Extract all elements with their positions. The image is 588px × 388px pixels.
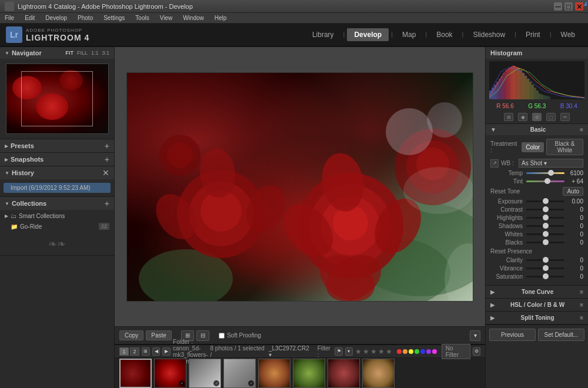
navigator-header[interactable]: ▼ Navigator FIT FILL 1:1 3:1 xyxy=(0,47,114,59)
color-dot-magenta[interactable] xyxy=(432,349,437,354)
wb-eyedropper[interactable]: ↗ xyxy=(490,159,499,168)
star-5[interactable]: ★ xyxy=(386,347,392,356)
thumb-1[interactable] xyxy=(119,359,152,388)
history-item-1[interactable]: Import (6/19/2012 9:52:23 AM) xyxy=(4,183,111,193)
collection-goride[interactable]: ▶ 📁 Go-Ride 22 xyxy=(0,221,114,232)
split-toning-header[interactable]: ▶ Split Toning ≡ xyxy=(486,312,588,324)
set-default-button[interactable]: Set Default... xyxy=(538,329,584,341)
basic-menu[interactable]: ≡ xyxy=(580,126,583,133)
thumb-2[interactable]: ✓ xyxy=(154,359,186,388)
split-toning-menu[interactable]: ≡ xyxy=(580,315,583,321)
tab-slideshow[interactable]: Slideshow xyxy=(466,28,512,41)
blacks-thumb[interactable] xyxy=(543,239,549,245)
previous-button[interactable]: Previous xyxy=(489,329,536,341)
hist-tool-4[interactable]: ⬚ xyxy=(546,113,556,121)
prev-arrow-icon[interactable]: ◀ xyxy=(152,347,161,356)
tone-curve-header[interactable]: ▶ Tone Curve ≡ xyxy=(486,286,588,298)
menu-settings[interactable]: Settings xyxy=(101,15,127,21)
tab-web[interactable]: Web xyxy=(554,28,582,41)
menu-develop[interactable]: Develop xyxy=(43,15,69,21)
whites-track[interactable] xyxy=(526,233,564,235)
snapshots-header[interactable]: ▶ Snapshots + xyxy=(0,153,114,166)
hsl-menu[interactable]: ≡ xyxy=(580,302,583,308)
color-dot-yellow[interactable] xyxy=(409,349,413,354)
thumb-6[interactable] xyxy=(293,359,325,388)
contrast-thumb[interactable] xyxy=(543,206,549,212)
menu-tools[interactable]: Tools xyxy=(133,15,151,21)
menu-view[interactable]: View xyxy=(158,15,175,21)
nav-fit[interactable]: FIT xyxy=(65,50,74,56)
snapshots-add-button[interactable]: + xyxy=(105,155,109,163)
presets-add-button[interactable]: + xyxy=(105,142,109,150)
temp-track[interactable] xyxy=(526,172,564,174)
basic-header[interactable]: ▼ Basic ≡ xyxy=(486,124,588,135)
clarity-thumb[interactable] xyxy=(543,257,549,263)
hist-tool-5[interactable]: ✂ xyxy=(560,113,570,121)
filter-flag-icon[interactable]: ⚑ xyxy=(335,347,342,356)
minimize-button[interactable]: ─ xyxy=(554,2,562,11)
clarity-track[interactable] xyxy=(526,259,564,261)
filmstrip-filename[interactable]: _L3C2972.CR2 ▾ xyxy=(269,345,313,358)
exposure-track[interactable] xyxy=(526,200,564,202)
tone-curve-menu[interactable]: ≡ xyxy=(580,289,583,295)
hist-tool-3[interactable]: ⊙ xyxy=(532,113,542,121)
saturation-thumb[interactable] xyxy=(543,273,549,279)
collection-smart[interactable]: ▶ 🗂 Smart Collections xyxy=(0,211,114,221)
menu-file[interactable]: File xyxy=(2,15,16,21)
soft-proofing-checkbox[interactable] xyxy=(219,333,225,339)
paste-button[interactable]: Paste xyxy=(146,330,172,340)
tab-print[interactable]: Print xyxy=(519,28,547,41)
collections-header[interactable]: ▼ Collections + xyxy=(0,197,114,210)
tint-track[interactable] xyxy=(526,180,564,182)
shadows-track[interactable] xyxy=(526,225,564,227)
star-4[interactable]: ★ xyxy=(378,347,385,356)
vibrance-track[interactable] xyxy=(526,267,564,269)
close-button[interactable]: ✕ xyxy=(575,2,583,11)
window-controls[interactable]: ─ □ ✕ xyxy=(554,2,583,11)
tab-book[interactable]: Book xyxy=(429,28,459,41)
color-dot-green[interactable] xyxy=(415,349,419,354)
tab-library[interactable]: Library xyxy=(305,28,341,41)
copy-button[interactable]: Copy xyxy=(119,330,143,340)
hist-tool-2[interactable]: ◉ xyxy=(518,113,527,121)
hist-tool-1[interactable]: ⊟ xyxy=(504,113,513,121)
grid-icon[interactable]: ⊞ xyxy=(142,347,150,356)
highlights-track[interactable] xyxy=(526,217,564,219)
temp-thumb[interactable] xyxy=(548,170,554,176)
vibrance-thumb[interactable] xyxy=(543,265,549,271)
tab-map[interactable]: Map xyxy=(395,28,423,41)
menu-photo[interactable]: Photo xyxy=(75,15,95,21)
saturation-track[interactable] xyxy=(526,276,564,277)
contrast-track[interactable] xyxy=(526,209,564,210)
color-dot-orange[interactable] xyxy=(403,349,407,354)
thumb-5[interactable] xyxy=(258,359,290,388)
tint-thumb[interactable] xyxy=(544,178,550,184)
filter-down-icon[interactable]: ▾ xyxy=(345,347,353,356)
color-dot-blue[interactable] xyxy=(420,349,425,354)
page-btn-2[interactable]: 2 xyxy=(130,347,139,356)
menu-edit[interactable]: Edit xyxy=(22,15,37,21)
tab-develop[interactable]: Develop xyxy=(347,28,389,41)
collections-add-button[interactable]: + xyxy=(105,199,109,208)
star-1[interactable]: ★ xyxy=(355,347,362,356)
highlights-thumb[interactable] xyxy=(543,215,549,220)
filter-settings-icon[interactable]: ⚙ xyxy=(473,347,480,356)
page-btn-1[interactable]: 1 xyxy=(119,347,129,356)
color-dot-red[interactable] xyxy=(397,349,402,354)
presets-header[interactable]: ▶ Presets + xyxy=(0,139,114,152)
history-header[interactable]: ▼ History ✕ xyxy=(0,166,114,179)
toolbar-dropdown-icon[interactable]: ▾ xyxy=(470,330,480,341)
no-filter-label[interactable]: No Filter xyxy=(442,344,470,359)
wb-select[interactable]: As Shot ▾ xyxy=(519,159,583,168)
next-arrow-icon[interactable]: ▶ xyxy=(162,347,171,356)
thumb-8[interactable] xyxy=(362,359,395,388)
color-btn[interactable]: Color xyxy=(522,142,544,152)
nav-3to1[interactable]: 3:1 xyxy=(102,50,109,56)
menu-window[interactable]: Window xyxy=(181,15,206,21)
bw-btn[interactable]: Black & White xyxy=(546,139,583,155)
thumb-3[interactable]: ✓ xyxy=(189,359,221,388)
history-close[interactable]: ✕ xyxy=(102,169,109,177)
star-2[interactable]: ★ xyxy=(363,347,369,356)
auto-button[interactable]: Auto xyxy=(563,187,583,196)
shadows-thumb[interactable] xyxy=(543,223,549,229)
